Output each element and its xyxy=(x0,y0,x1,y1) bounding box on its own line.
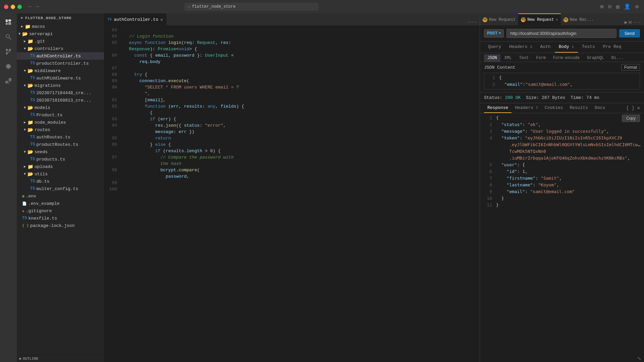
code-content[interactable]: // Login function async function login(r… xyxy=(122,25,480,362)
sidebar-item-utils[interactable]: ▼ 📂 utils xyxy=(17,170,104,178)
sidebar-item-productcontroller[interactable]: TS productController.ts xyxy=(17,60,104,67)
env-file-icon: 📄 xyxy=(22,201,27,206)
search-bar[interactable]: ⌕ flutter_node_store xyxy=(184,3,319,11)
code-line: async function login(req: Request, res: xyxy=(122,40,480,46)
body-type-xml[interactable]: XML xyxy=(501,54,515,62)
sidebar-item-multerconfig[interactable]: TS multer_config.ts xyxy=(17,185,104,192)
source-control-icon[interactable] xyxy=(2,46,14,58)
tc-tab-new-rec[interactable]: TC New Rec... xyxy=(561,13,597,25)
response-tab-cookies[interactable]: Cookies xyxy=(541,103,567,113)
tc-tab-new-request-1[interactable]: TC New Request xyxy=(480,13,518,25)
split-icon[interactable]: ⊟ xyxy=(629,19,631,25)
response-tab-headers[interactable]: Headers 7 xyxy=(512,103,541,113)
tc-tab-label: New Request xyxy=(489,17,516,22)
response-code: "status": "ok", xyxy=(496,121,641,128)
copy-button[interactable]: Copy xyxy=(622,115,640,122)
tc-content: POST ▼ Send Query Headers 2 Auth Body 1 … xyxy=(480,25,644,355)
tc-nav-auth[interactable]: Auth xyxy=(536,42,554,53)
search-icon[interactable] xyxy=(2,31,14,43)
align-icon[interactable]: ≡ xyxy=(637,106,640,111)
sidebar-item-label: routes xyxy=(35,127,50,132)
code-editor[interactable]: 83 84 85 86 87 88 89 90 91 92 93 94 xyxy=(104,25,480,362)
sidebar-item-env[interactable]: ⚙ .env xyxy=(17,192,104,200)
explorer-icon[interactable] xyxy=(2,16,14,28)
maximize-button[interactable] xyxy=(17,5,22,9)
sidebar-item-migration1[interactable]: TS 20230717184448_cre... xyxy=(17,89,104,97)
braces-icon[interactable]: { } xyxy=(626,106,634,111)
sidebar-item-envexample[interactable]: 📄 .env_example xyxy=(17,200,104,207)
tc-badge: TC xyxy=(521,17,526,22)
sidebar-item-uploads[interactable]: ▶ 📁 uploads xyxy=(17,163,104,170)
debug-icon[interactable] xyxy=(2,60,14,72)
forward-arrow[interactable]: → xyxy=(35,3,41,10)
sidebar-item-migration2[interactable]: TS 20230718160813_cre... xyxy=(17,97,104,104)
sidebar-item-productroutes[interactable]: TS productRoutes.ts xyxy=(17,141,104,148)
body-type-graphql[interactable]: GraphQL xyxy=(584,54,607,62)
response-content[interactable]: Copy 1 { 2 "status": "ok", 3 "message": … xyxy=(480,113,644,355)
response-code: "lastname": "Koyom", xyxy=(496,182,641,188)
sidebar-item-products[interactable]: TS products.ts xyxy=(17,156,104,163)
sidebar-item-node-modules[interactable]: ▶ 📁 node_modules xyxy=(17,119,104,126)
sidebar-item-seeds[interactable]: ▼ 📂 seeds xyxy=(17,148,104,156)
layout2-icon[interactable]: ▤ xyxy=(615,3,621,11)
sidebar-item-label: controllers xyxy=(35,46,63,51)
sidebar-item-git[interactable]: ▶ 📁 .git xyxy=(17,38,104,45)
sidebar-item-authroutes[interactable]: TS authRoutes.ts xyxy=(17,133,104,141)
tc-nav-headers[interactable]: Headers 2 xyxy=(505,42,536,53)
close-button[interactable] xyxy=(4,5,8,9)
thunder-client-panel: TC New Request TC New Request ✕ TC New R… xyxy=(480,13,644,362)
layout-icon[interactable]: ⊞ xyxy=(599,3,605,11)
url-input[interactable] xyxy=(506,29,616,38)
format-button[interactable]: Format xyxy=(621,64,640,71)
code-line: req.body xyxy=(122,59,480,65)
sidebar-item-macos[interactable]: ▶ 📁 macos xyxy=(17,23,104,30)
chevron-down-icon: ▼ xyxy=(22,106,28,110)
sidebar-item-gitignore[interactable]: ◆ .gitignore xyxy=(17,207,104,215)
json-editor[interactable]: 1 { 2 "email":"samit@email.com", xyxy=(484,73,640,89)
run-icon[interactable]: ▶ xyxy=(625,19,627,25)
sidebar-item-knexfile[interactable]: TS knexfile.ts xyxy=(17,215,104,222)
close-icon[interactable]: ✕ xyxy=(160,17,163,22)
sidebar-item-migrations[interactable]: ▼ 📂 migrations xyxy=(17,82,104,89)
tc-tab-new-request-2[interactable]: TC New Request ✕ xyxy=(518,13,560,25)
close-icon[interactable]: ✕ xyxy=(555,17,558,22)
sidebar-item-models[interactable]: ▼ 📂 models xyxy=(17,104,104,111)
minimize-button[interactable] xyxy=(11,5,15,9)
response-line: 4 "token": "eyJhbGciOiJIUzI1NiIsInR5cCI6… xyxy=(480,135,644,162)
chevron-down-icon: ▼ xyxy=(22,47,28,51)
more-icon[interactable]: ··· xyxy=(633,20,641,25)
sidebar-item-authcontroller[interactable]: TS authController.ts xyxy=(17,52,104,60)
sidebar-item-serverapi[interactable]: ▼ 📂 serverapi xyxy=(17,30,104,38)
editor-tab-authcontroller[interactable]: TS authController.ts ✕ xyxy=(104,13,166,25)
more-tabs-icon[interactable]: ··· xyxy=(465,19,480,25)
extensions-icon[interactable] xyxy=(2,75,14,87)
sidebar-item-product[interactable]: TS Product.ts xyxy=(17,111,104,119)
response-tab-response[interactable]: Response xyxy=(484,103,512,113)
tc-nav-body[interactable]: Body 1 xyxy=(555,42,578,53)
settings-icon[interactable]: ⚙ xyxy=(634,3,640,11)
body-type-json[interactable]: JSON xyxy=(484,54,500,62)
sidebar-item-authmiddleware[interactable]: TS authMiddleware.ts xyxy=(17,74,104,82)
sidebar-item-middleware[interactable]: ▼ 📂 middleware xyxy=(17,67,104,74)
sidebar-item-routes[interactable]: ▼ 📂 routes xyxy=(17,126,104,133)
folder-open-icon: 📂 xyxy=(28,68,33,74)
account-icon[interactable]: 👤 xyxy=(623,3,632,11)
sidebar-item-db[interactable]: TS db.ts xyxy=(17,178,104,185)
response-tab-results[interactable]: Results xyxy=(566,103,591,113)
body-type-bi[interactable]: Bi... xyxy=(608,54,627,62)
method-select[interactable]: POST ▼ xyxy=(484,29,504,38)
body-type-text[interactable]: Text xyxy=(516,54,532,62)
body-type-form[interactable]: Form xyxy=(533,54,549,62)
tc-nav-query[interactable]: Query xyxy=(484,42,505,53)
split-icon[interactable]: ⊟ xyxy=(607,3,613,11)
body-type-form-encode[interactable]: Form-encode xyxy=(550,54,583,62)
sidebar-item-packagelock[interactable]: { } package-lock.json xyxy=(17,222,104,229)
back-arrow[interactable]: ← xyxy=(27,3,33,10)
response-tab-docs[interactable]: Docs xyxy=(591,103,608,113)
sidebar-item-controllers[interactable]: ▼ 📂 controllers xyxy=(17,45,104,52)
tc-nav-tests[interactable]: Tests xyxy=(578,42,599,53)
tc-nav-headers-badge: 2 xyxy=(530,45,532,49)
status-value: 200 OK xyxy=(505,95,521,100)
send-button[interactable]: Send xyxy=(619,29,640,38)
tc-nav-prereq[interactable]: Pre Req xyxy=(599,42,626,53)
